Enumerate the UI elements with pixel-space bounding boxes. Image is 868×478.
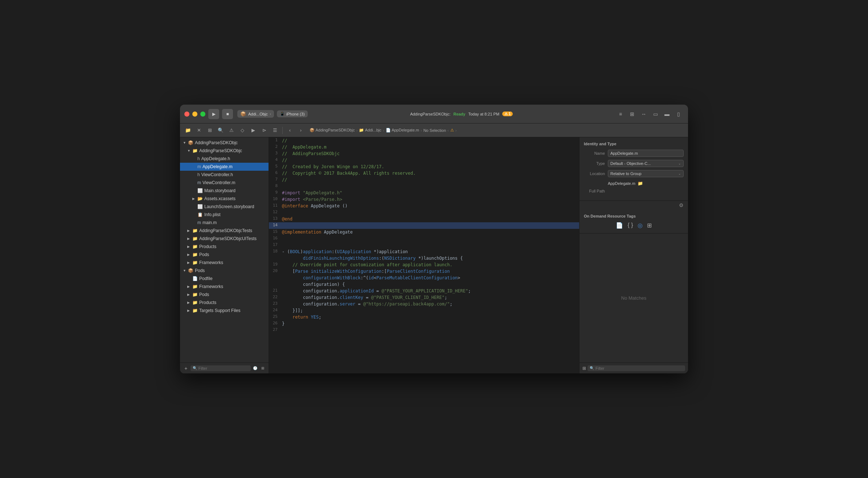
line-number: 7 bbox=[269, 177, 282, 182]
grid-icon[interactable]: ⊞ bbox=[582, 366, 586, 371]
line-content: configuration) { bbox=[282, 281, 575, 288]
maximize-button[interactable] bbox=[200, 112, 205, 117]
line-number bbox=[269, 275, 282, 275]
sidebar-item-uitests[interactable]: ▶ 📁 AddingParseSDKObjcUITests bbox=[180, 235, 269, 243]
sidebar-item-pods-project[interactable]: ▼ 📦 Pods bbox=[180, 267, 269, 275]
line-number: 16 bbox=[269, 235, 282, 240]
arrow-icon: ▶ bbox=[187, 285, 192, 288]
stop-button[interactable]: ■ bbox=[222, 109, 233, 119]
editor-assistant-button[interactable]: ⊞ bbox=[627, 109, 637, 119]
debug-button[interactable]: ▶ bbox=[248, 126, 258, 135]
breadcrumb-file[interactable]: 📄 AppDelegate.m bbox=[386, 128, 419, 133]
folder-icon: 📁 bbox=[192, 292, 198, 297]
code-line: didFinishLaunchingWithOptions:(NSDiction… bbox=[269, 255, 579, 262]
debug-toggle-button[interactable]: ▬ bbox=[662, 109, 672, 119]
sidebar-item-main-storyboard[interactable]: ⬜ Main.storyboard bbox=[180, 187, 269, 195]
sidebar-item-pods2[interactable]: ▶ 📁 Pods bbox=[180, 291, 269, 299]
sidebar-item-label: AddingParseSDKObjcTests bbox=[199, 228, 266, 233]
line-number: 20 bbox=[269, 268, 282, 273]
sidebar-item-products1[interactable]: ▶ 📁 Products bbox=[180, 243, 269, 251]
warning-button[interactable]: ⚠ bbox=[226, 126, 237, 135]
folder-icon: 📁 bbox=[192, 252, 198, 257]
sidebar-item-main-m[interactable]: m main.m bbox=[180, 219, 269, 227]
file-m-icon: m bbox=[197, 180, 201, 185]
sidebar-item-root-project[interactable]: ▼ 📦 AddingParseSDKObjc bbox=[180, 139, 269, 147]
breadcrumb-group[interactable]: 📁 Addi...bjc bbox=[359, 128, 381, 133]
search-button[interactable]: 🔍 bbox=[216, 126, 226, 135]
navigator-toggle-button[interactable]: ▭ bbox=[650, 109, 660, 119]
sidebar-item-tests[interactable]: ▶ 📁 AddingParseSDKObjcTests bbox=[180, 227, 269, 235]
file-icon: 📄 bbox=[192, 276, 198, 281]
line-content: // AddingParseSDKObjc bbox=[282, 150, 575, 157]
sidebar-item-pods1[interactable]: ▶ 📁 Pods bbox=[180, 251, 269, 259]
list-icon[interactable]: { } bbox=[627, 222, 633, 229]
sidebar-item-targets[interactable]: ▶ 📁 Targets Support Files bbox=[180, 307, 269, 315]
editor-version-button[interactable]: ↔ bbox=[639, 109, 649, 119]
sidebar-item-viewcontroller-h[interactable]: h ViewController.h bbox=[180, 171, 269, 179]
arrow-icon: ▶ bbox=[187, 261, 192, 264]
forward-button[interactable]: › bbox=[296, 126, 306, 135]
device-selector[interactable]: 📱 iPhone (3) bbox=[277, 110, 308, 117]
location-row: Location Relative to Group ⌄ bbox=[584, 170, 684, 177]
breakpoint-button[interactable]: ⊳ bbox=[259, 126, 269, 135]
folder-icon[interactable]: 📁 bbox=[638, 181, 643, 186]
close-button[interactable] bbox=[184, 112, 189, 117]
target-icon[interactable]: ◎ bbox=[638, 222, 643, 229]
file-navigator: ▼ 📦 AddingParseSDKObjc ▼ 📁 AddingParseSD… bbox=[180, 137, 269, 362]
sidebar-item-label: main.m bbox=[202, 220, 266, 225]
sidebar-item-viewcontroller-m[interactable]: m ViewController.m bbox=[180, 179, 269, 187]
sidebar-item-label: Frameworks bbox=[199, 284, 266, 289]
recent-files-button[interactable]: 🕐 bbox=[252, 364, 258, 372]
add-file-button[interactable]: + bbox=[183, 364, 189, 372]
scheme-name: Addi...Objc bbox=[248, 112, 268, 116]
sidebar-item-products2[interactable]: ▶ 📁 Products bbox=[180, 299, 269, 307]
file-name: AppDelegate.m bbox=[608, 181, 635, 186]
gear-icon[interactable]: ⚙ bbox=[679, 202, 684, 208]
grid-icon[interactable]: ⊞ bbox=[647, 222, 652, 229]
source-control-button[interactable]: ✕ bbox=[194, 126, 204, 135]
rp-filter-input[interactable] bbox=[595, 366, 683, 370]
sidebar-item-frameworks1[interactable]: ▶ 📁 Frameworks bbox=[180, 259, 269, 267]
sidebar-filter-input[interactable] bbox=[198, 366, 249, 370]
hierarchy-button[interactable]: ⊞ bbox=[259, 364, 266, 372]
sidebar-item-launchscreen[interactable]: ⬜ LaunchScreen.storyboard bbox=[180, 203, 269, 211]
test-button[interactable]: ◇ bbox=[237, 126, 247, 135]
line-number: 13 bbox=[269, 216, 282, 221]
filter-icon: 🔍 bbox=[193, 366, 197, 370]
sidebar-item-podfile[interactable]: 📄 Podfile bbox=[180, 275, 269, 283]
breadcrumb-selection[interactable]: No Selection bbox=[423, 128, 446, 133]
sidebar: ▼ 📦 AddingParseSDKObjc ▼ 📁 AddingParseSD… bbox=[180, 137, 269, 373]
type-row: Type Default - Objective-C... ⌄ bbox=[584, 160, 684, 167]
line-content: - (BOOL)application:(UIApplication *)app… bbox=[282, 248, 575, 255]
sidebar-item-appdelegate-h[interactable]: h AppDelegate.h bbox=[180, 155, 269, 163]
line-content: // bbox=[282, 177, 575, 183]
sidebar-item-assets[interactable]: ▶ 📂 Assets.xcassets bbox=[180, 195, 269, 203]
editor-standard-button[interactable]: ≡ bbox=[615, 109, 626, 119]
location-select[interactable]: Relative to Group ⌄ bbox=[608, 170, 684, 177]
type-select[interactable]: Default - Objective-C... ⌄ bbox=[608, 160, 684, 167]
arrow-icon: ▼ bbox=[187, 149, 192, 153]
minimize-button[interactable] bbox=[192, 112, 197, 117]
code-line: 4 // bbox=[269, 157, 579, 163]
folder-icon: 📁 bbox=[192, 300, 198, 305]
sidebar-item-appdelegate-m[interactable]: m AppDelegate.m bbox=[180, 163, 269, 171]
navigator-folder-button[interactable]: 📁 bbox=[183, 126, 193, 135]
play-button[interactable]: ▶ bbox=[208, 109, 219, 119]
sidebar-item-group[interactable]: ▼ 📁 AddingParseSDKObjc bbox=[180, 147, 269, 155]
file-m-icon: m bbox=[197, 164, 201, 169]
line-number: 12 bbox=[269, 209, 282, 214]
sidebar-item-frameworks2[interactable]: ▶ 📁 Frameworks bbox=[180, 283, 269, 291]
back-button[interactable]: ‹ bbox=[285, 126, 295, 135]
utilities-toggle-button[interactable]: ▯ bbox=[673, 109, 684, 119]
breadcrumb-project[interactable]: 📦 AddingParseSDKObjc bbox=[310, 128, 355, 133]
sidebar-item-info-plist[interactable]: 📋 Info.plist bbox=[180, 211, 269, 219]
code-line: 15 @implementation AppDelegate bbox=[269, 229, 579, 235]
scheme-selector[interactable]: 📦 Addi...Objc › bbox=[237, 110, 274, 118]
report-button[interactable]: ☰ bbox=[270, 126, 280, 135]
code-line: 19 // Override point for customization a… bbox=[269, 262, 579, 268]
code-content[interactable]: 1 // 2 // AppDelegate.m 3 // AddingParse… bbox=[269, 137, 579, 373]
symbol-nav-button[interactable]: ⊞ bbox=[205, 126, 215, 135]
file-add-icon[interactable]: 📄 bbox=[616, 222, 623, 229]
name-value[interactable]: AppDelegate.m bbox=[608, 150, 684, 157]
line-number: 27 bbox=[269, 327, 282, 332]
